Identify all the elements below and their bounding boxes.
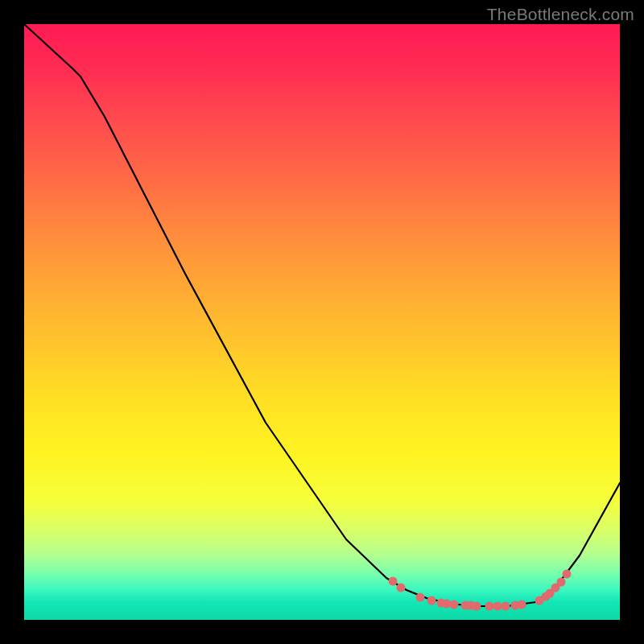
data-marker — [557, 578, 566, 587]
bottleneck-curve — [24, 24, 620, 606]
plot-area — [24, 24, 620, 620]
data-marker — [397, 584, 406, 592]
data-marker — [493, 602, 502, 611]
data-marker — [518, 601, 526, 609]
data-marker — [473, 602, 481, 611]
data-marker — [416, 593, 425, 602]
marker-group — [389, 570, 572, 611]
data-marker — [427, 597, 436, 605]
data-marker — [389, 577, 398, 586]
data-marker — [502, 602, 510, 611]
chart-frame: TheBottleneck.com — [0, 0, 644, 644]
chart-svg — [24, 24, 620, 620]
data-marker — [485, 602, 494, 611]
data-marker — [563, 570, 572, 579]
data-marker — [450, 601, 459, 609]
attribution-text: TheBottleneck.com — [487, 5, 634, 24]
